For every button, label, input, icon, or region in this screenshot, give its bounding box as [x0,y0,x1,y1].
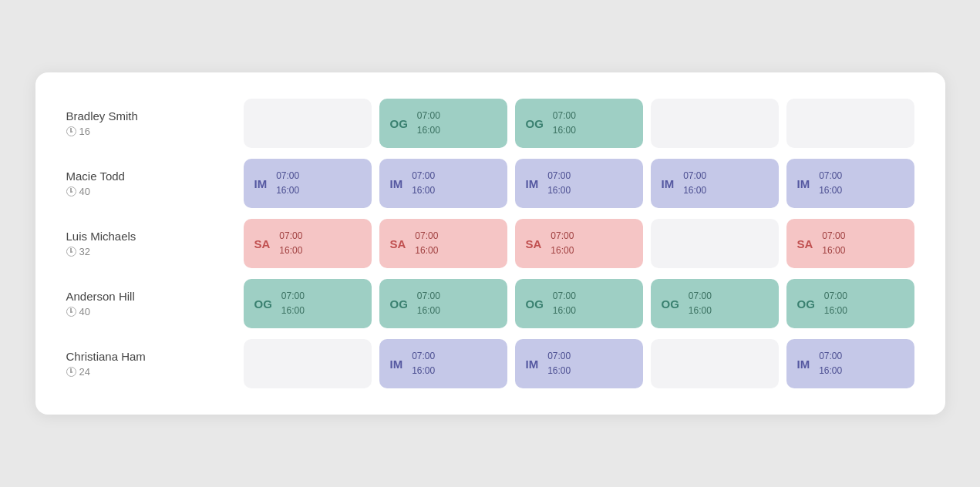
shift-time-start: 07:00 [824,290,847,303]
shift-times: 07:0016:00 [279,230,302,257]
shift-time-start: 07:00 [547,170,571,183]
shift-time-end: 16:00 [819,364,842,378]
shift-cell-0-2[interactable]: OG07:0016:00 [515,99,643,148]
person-name: Anderson Hill [66,290,236,303]
shift-times: 07:0016:00 [276,170,299,197]
shift-time-end: 16:00 [281,304,305,317]
shift-time-start: 07:00 [412,350,435,363]
shift-time-end: 16:00 [417,304,440,317]
shift-time-start: 07:00 [547,350,571,363]
shift-time-end: 16:00 [683,184,706,197]
shift-time-start: 07:00 [276,170,299,183]
shift-label: SA [390,237,406,250]
shift-cell-1-4[interactable]: IM07:0016:00 [786,159,914,208]
shift-cell-3-3[interactable]: OG07:0016:00 [651,279,779,328]
shift-time-start: 07:00 [279,230,302,243]
shift-times: 07:0016:00 [412,170,435,197]
shift-label: IM [390,358,403,371]
shift-cell-3-2[interactable]: OG07:0016:00 [515,279,643,328]
shift-time-end: 16:00 [412,364,435,378]
clock-icon [66,367,76,377]
shift-times: 07:0016:00 [551,230,574,257]
shift-label: OG [254,297,272,311]
shift-time-end: 16:00 [822,244,845,257]
age-value: 16 [79,126,90,137]
shift-time-start: 07:00 [553,109,576,123]
shift-times: 07:0016:00 [417,109,440,137]
shift-cell-4-2[interactable]: IM07:0016:00 [515,339,643,388]
shift-label: OG [526,297,544,311]
person-cell-0: Bradley Smith16 [66,97,236,149]
shift-time-end: 16:00 [547,184,571,197]
clock-icon [66,186,76,196]
shift-times: 07:0016:00 [683,170,706,197]
shift-times: 07:0016:00 [415,230,438,257]
shift-times: 07:0016:00 [547,350,571,378]
shift-time-end: 16:00 [551,244,574,257]
shift-cell-3-0[interactable]: OG07:0016:00 [244,279,372,328]
shift-cell-1-1[interactable]: IM07:0016:00 [379,159,507,208]
person-name: Bradley Smith [66,109,236,123]
shift-cell-3-4[interactable]: OG07:0016:00 [786,279,914,328]
shift-cell-0-3 [651,99,779,148]
person-age: 40 [66,306,236,317]
shift-cell-4-4[interactable]: IM07:0016:00 [786,339,914,388]
shift-times: 07:0016:00 [819,350,842,378]
person-age: 40 [66,186,236,197]
shift-cell-1-0[interactable]: IM07:0016:00 [244,159,372,208]
shift-cell-1-3[interactable]: IM07:0016:00 [651,159,779,208]
shift-time-start: 07:00 [819,170,842,183]
shift-time-start: 07:00 [553,290,576,303]
shift-cell-2-0[interactable]: SA07:0016:00 [244,219,372,268]
shift-time-end: 16:00 [279,244,302,257]
shift-time-start: 07:00 [689,290,712,303]
shift-cell-2-2[interactable]: SA07:0016:00 [515,219,643,268]
person-cell-3: Anderson Hill40 [66,277,236,330]
shift-time-start: 07:00 [412,170,435,183]
shift-times: 07:0016:00 [819,170,842,197]
shift-label: IM [526,177,539,190]
age-value: 40 [79,186,90,197]
shift-cell-2-4[interactable]: SA07:0016:00 [786,219,914,268]
schedule-card: Bradley Smith16OG07:0016:00OG07:0016:00M… [35,72,945,415]
shift-cell-2-1[interactable]: SA07:0016:00 [379,219,507,268]
shift-times: 07:0016:00 [281,290,305,317]
age-value: 32 [79,246,90,257]
shift-time-end: 16:00 [412,184,435,197]
shift-cell-4-0 [244,339,372,388]
shift-times: 07:0016:00 [689,290,712,317]
age-value: 24 [79,366,90,378]
shift-times: 07:0016:00 [553,109,576,137]
shift-label: OG [526,117,544,130]
shift-cell-3-1[interactable]: OG07:0016:00 [379,279,507,328]
shift-label: OG [662,297,679,311]
shift-times: 07:0016:00 [412,350,435,378]
person-name: Macie Todd [66,170,236,183]
shift-cell-0-0 [244,99,372,148]
shift-cell-2-3 [651,219,779,268]
shift-times: 07:0016:00 [547,170,571,197]
shift-time-start: 07:00 [417,290,440,303]
shift-label: IM [254,177,268,190]
shift-label: IM [390,177,403,190]
shift-label: OG [797,297,815,311]
shift-label: IM [662,177,675,190]
shift-time-end: 16:00 [417,124,440,137]
person-age: 24 [66,366,236,378]
shift-times: 07:0016:00 [824,290,847,317]
shift-cell-1-2[interactable]: IM07:0016:00 [515,159,643,208]
shift-time-start: 07:00 [819,350,842,363]
person-age: 32 [66,246,236,257]
shift-times: 07:0016:00 [553,290,576,317]
shift-label: IM [526,358,539,371]
shift-label: SA [526,237,542,250]
person-name: Christiana Ham [66,350,236,363]
age-value: 40 [79,306,90,317]
shift-label: IM [797,177,810,190]
shift-time-end: 16:00 [824,304,847,317]
shift-cell-4-1[interactable]: IM07:0016:00 [379,339,507,388]
schedule-grid: Bradley Smith16OG07:0016:00OG07:0016:00M… [66,97,914,390]
shift-cell-0-1[interactable]: OG07:0016:00 [379,99,507,148]
clock-icon [66,307,76,317]
shift-time-end: 16:00 [553,304,576,317]
